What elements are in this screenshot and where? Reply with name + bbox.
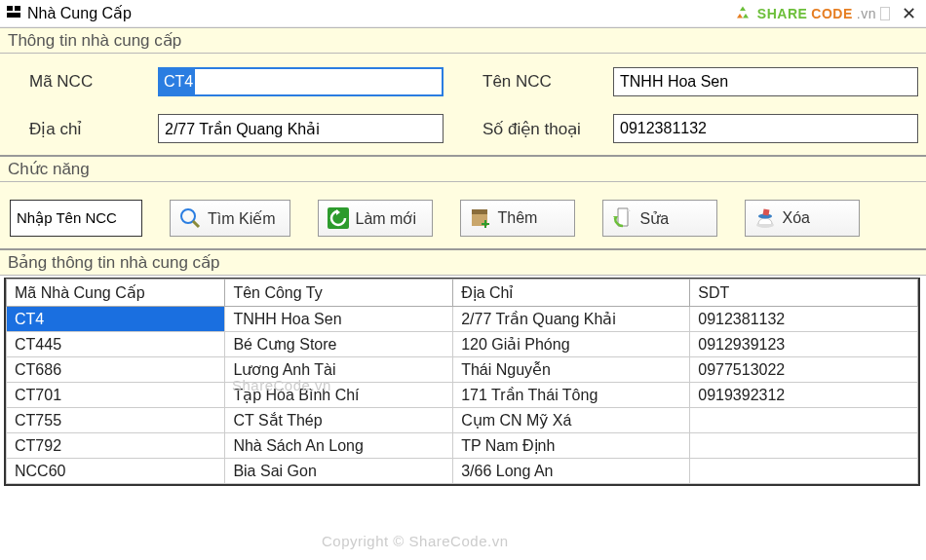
table-cell[interactable]: 0912381132 (690, 307, 918, 332)
label-mancc: Mã NCC (8, 72, 144, 92)
table-cell[interactable]: 0919392312 (690, 383, 918, 408)
watermark-2: Copyright © ShareCode.vn (322, 533, 508, 549)
table-cell[interactable]: 3/66 Long An (453, 459, 690, 484)
table-cell[interactable]: Thái Nguyễn (453, 357, 690, 383)
table-cell[interactable]: TNHH Hoa Sen (225, 307, 453, 332)
table-row[interactable]: CT445Bé Cưng Store120 Giải Phóng09129391… (7, 332, 918, 357)
table-cell[interactable]: TP Nam Định (453, 433, 690, 459)
table-cell[interactable]: 171 Trần Thái Tông (453, 383, 690, 408)
recycle-icon (734, 5, 752, 22)
table-cell[interactable]: 2/77 Trần Quang Khải (453, 307, 690, 332)
input-mancc[interactable] (158, 67, 444, 96)
label-sdt: Số điện thoại (482, 119, 599, 139)
col-tencongty[interactable]: Tên Công Ty (225, 280, 453, 307)
svg-rect-2 (7, 13, 20, 18)
supplier-table-wrap: Mã Nhà Cung Cấp Tên Công Ty Địa Chỉ SDT … (4, 278, 920, 486)
col-diachi[interactable]: Địa Chỉ (453, 280, 690, 307)
delete-icon (753, 206, 777, 230)
svg-rect-1 (15, 6, 20, 11)
table-header-row: Mã Nhà Cung Cấp Tên Công Ty Địa Chỉ SDT (7, 280, 918, 307)
table-cell[interactable] (690, 433, 918, 459)
table-cell[interactable]: Nhà Sách An Long (225, 433, 453, 459)
brand-logo: SHARECODE.vn (734, 5, 876, 22)
search-input[interactable] (10, 200, 142, 237)
table-cell[interactable]: 120 Giải Phóng (453, 332, 690, 357)
add-icon (469, 206, 492, 230)
section-header-table: Bảng thông tin nhà cung cấp (0, 248, 926, 276)
input-diachi[interactable] (158, 114, 444, 143)
svg-line-4 (193, 221, 199, 227)
table-cell[interactable] (690, 459, 918, 484)
svg-rect-0 (7, 6, 13, 11)
table-cell[interactable]: CT Sắt Thép (225, 408, 453, 433)
table-cell[interactable]: CT792 (7, 433, 225, 459)
table-cell[interactable]: 0912939123 (690, 332, 918, 357)
table-row[interactable]: CT686Lương Anh TàiThái Nguyễn0977513022 (7, 357, 918, 383)
maximize-placeholder[interactable] (880, 7, 890, 20)
refresh-button[interactable]: Làm mới (318, 200, 433, 237)
table-row[interactable]: CT4TNHH Hoa Sen2/77 Trần Quang Khải09123… (7, 307, 918, 332)
input-tenncc[interactable] (613, 67, 918, 96)
edit-icon (611, 206, 635, 230)
table-cell[interactable]: CT4 (7, 307, 225, 332)
form-area: Mã NCC Địa chỉ Tên NCC Số điện thoại (0, 54, 926, 155)
search-button[interactable]: Tìm Kiếm (170, 200, 290, 237)
table-cell[interactable]: NCC60 (7, 459, 225, 484)
table-cell[interactable]: CT686 (7, 357, 225, 383)
table-cell[interactable] (690, 408, 918, 433)
svg-rect-7 (472, 209, 487, 214)
table-cell[interactable]: Bé Cưng Store (225, 332, 453, 357)
label-tenncc: Tên NCC (482, 72, 599, 92)
supplier-table[interactable]: Mã Nhà Cung Cấp Tên Công Ty Địa Chỉ SDT … (6, 279, 918, 484)
window-title: Nhà Cung Cấp (27, 4, 132, 22)
delete-button[interactable]: Xóa (745, 200, 860, 237)
table-cell[interactable]: CT701 (7, 383, 225, 408)
label-diachi: Địa chỉ (8, 119, 144, 139)
table-row[interactable]: CT755CT Sắt ThépCụm CN Mỹ Xá (7, 408, 918, 433)
col-mancc[interactable]: Mã Nhà Cung Cấp (7, 280, 225, 307)
add-button[interactable]: Thêm (460, 200, 575, 237)
refresh-icon (327, 206, 350, 230)
edit-button[interactable]: Sửa (602, 200, 717, 237)
svg-rect-9 (482, 223, 489, 225)
table-cell[interactable]: Tạp Hóa Bình Chí (225, 383, 453, 408)
table-cell[interactable]: Bia Sai Gon (225, 459, 453, 484)
table-cell[interactable]: CT755 (7, 408, 225, 433)
table-row[interactable]: CT701Tạp Hóa Bình Chí171 Trần Thái Tông0… (7, 383, 918, 408)
input-sdt[interactable] (613, 114, 918, 143)
section-header-info: Thông tin nhà cung cấp (0, 27, 926, 54)
app-icon (6, 4, 21, 22)
svg-rect-12 (762, 209, 769, 216)
table-row[interactable]: CT792Nhà Sách An LongTP Nam Định (7, 433, 918, 459)
search-icon (178, 206, 202, 230)
function-bar: Tìm Kiếm Làm mới Thêm Sửa Xóa (0, 182, 926, 248)
svg-point-3 (181, 209, 195, 223)
col-sdt[interactable]: SDT (690, 280, 918, 307)
titlebar: Nhà Cung Cấp SHARECODE.vn ✕ (0, 0, 926, 27)
table-cell[interactable]: Cụm CN Mỹ Xá (453, 408, 690, 433)
close-icon[interactable]: ✕ (898, 5, 920, 22)
table-cell[interactable]: Lương Anh Tài (225, 357, 453, 383)
table-cell[interactable]: 0977513022 (690, 357, 918, 383)
table-row[interactable]: NCC60Bia Sai Gon3/66 Long An (7, 459, 918, 484)
section-header-func: Chức năng (0, 155, 926, 182)
table-cell[interactable]: CT445 (7, 332, 225, 357)
